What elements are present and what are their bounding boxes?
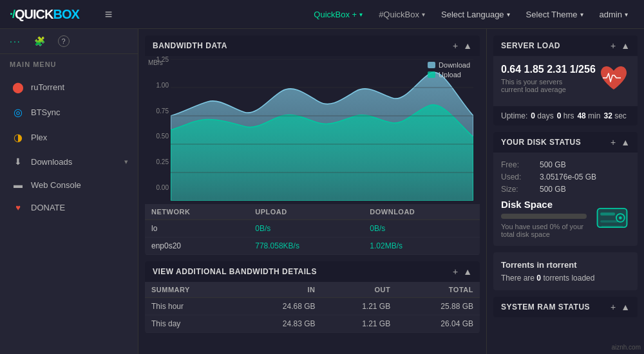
watermark: aiznh.com (611, 344, 641, 351)
server-load-collapse-btn[interactable]: ▲ (621, 41, 630, 51)
disk-size-label: Size: (501, 185, 533, 194)
rtorrent-icon: ⬤ (12, 81, 24, 93)
uptime-row: Uptime: 0 days 0 hrs 48 min 32 sec (493, 106, 638, 126)
sidebar-dots-icon[interactable]: ··· (10, 36, 21, 46)
sidebar-icon-bar: ··· 🧩 ? (0, 29, 138, 54)
svg-rect-3 (600, 220, 618, 223)
sidebar-item-webconsole-left: ▬ Web Console (12, 180, 81, 190)
disk-progress-bar-container (501, 214, 587, 219)
svg-rect-0 (598, 208, 627, 227)
out-this-hour: 1.21 GB (321, 298, 397, 315)
col-summary: SUMMARY (145, 282, 239, 298)
total-this-day: 26.04 GB (397, 315, 480, 333)
nav-hashquickbox-label: #QuickBox (379, 10, 419, 19)
network-name-enp0s20: enp0s20 (145, 238, 249, 255)
bandwidth-card-actions: + ▲ (453, 41, 472, 51)
server-load-add-btn[interactable]: + (611, 41, 616, 51)
nav-quickbox-plus-caret: ▾ (359, 11, 363, 18)
download-lo: 0B/s (363, 220, 480, 238)
sidebar-item-downloads[interactable]: ⬇ Downloads ▾ (0, 150, 138, 173)
system-ram-title: SYSTEM RAM STATUS (501, 303, 590, 312)
server-load-title: SERVER LOAD (501, 41, 560, 50)
sidebar-item-downloads-label: Downloads (31, 157, 72, 167)
nav-hashquickbox-caret: ▾ (422, 11, 425, 18)
hamburger-menu[interactable]: ≡ (105, 7, 113, 22)
logo-box: BOX (53, 7, 79, 22)
main-content: BANDWIDTH DATA + ▲ 1.25 1.00 0.75 0.50 0… (138, 29, 486, 354)
downloads-icon: ⬇ (12, 156, 24, 167)
right-panel: SERVER LOAD + ▲ 0.64 1.85 2.31 1/256 Thi… (486, 29, 644, 354)
sidebar-item-webconsole[interactable]: ▬ Web Console (0, 173, 138, 196)
legend-upload-label: Upload (439, 71, 461, 79)
col-download: DOWNLOAD (363, 204, 480, 220)
nav-select-language[interactable]: Select Language ▾ (435, 6, 516, 23)
legend-download-label: Download (439, 61, 470, 69)
downloads-arrow: ▾ (124, 158, 128, 166)
bandwidth-chart-area: 1.25 1.00 0.75 0.50 0.25 0.00 MB/s Downl… (145, 56, 480, 204)
table-row: This hour 24.68 GB 1.21 GB 25.88 GB (145, 298, 480, 315)
torrents-card: Torrents in rtorrent There are 0 torrent… (493, 252, 638, 290)
ram-collapse-btn[interactable]: ▲ (621, 302, 630, 312)
bandwidth-details-table: SUMMARY IN OUT TOTAL This hour 24.68 GB … (145, 282, 480, 333)
sidebar-item-rtorrent-label: ruTorrent (31, 82, 64, 92)
details-collapse-btn[interactable]: ▲ (463, 266, 472, 277)
uptime-hrs: 0 (557, 111, 562, 120)
details-add-btn[interactable]: + (453, 266, 458, 277)
plex-icon: ◑ (12, 131, 24, 144)
hdd-icon (594, 203, 630, 234)
disk-free-value: 500 GB (540, 160, 566, 169)
legend-upload: Upload (428, 71, 470, 79)
sidebar-help-icon[interactable]: ? (58, 35, 70, 47)
bandwidth-collapse-btn[interactable]: ▲ (463, 41, 472, 51)
nav-quickbox-plus-label: QuickBox + (314, 10, 357, 19)
disk-size-value: 500 GB (540, 185, 566, 194)
disk-space-desc: You have used 0% of your total disk spac… (501, 223, 587, 238)
heart-ecg-svg (598, 64, 630, 93)
load-desc: This is your servers current load averag… (501, 78, 585, 93)
nav-quickbox-plus[interactable]: QuickBox + ▾ (307, 6, 369, 23)
server-load-header: SERVER LOAD + ▲ (493, 35, 638, 56)
bandwidth-add-btn[interactable]: + (453, 41, 458, 51)
uptime-min: 48 (577, 111, 585, 120)
ram-add-btn[interactable]: + (611, 302, 616, 312)
topbar-navigation: QuickBox + ▾ #QuickBox ▾ Select Language… (307, 6, 634, 23)
sidebar: ··· 🧩 ? MAIN MENU ⬤ ruTorrent ◎ BTSync ◑ (0, 29, 138, 354)
nav-admin[interactable]: admin ▾ (593, 6, 634, 23)
sidebar-item-donate-left: ♥ DONATE (12, 203, 65, 212)
sidebar-item-donate[interactable]: ♥ DONATE (0, 196, 138, 219)
torrents-desc: There are 0 torrents loaded (501, 274, 630, 283)
system-ram-card: SYSTEM RAM STATUS + ▲ (493, 297, 638, 317)
chart-unit: MB/s (148, 59, 163, 66)
sidebar-puzzle-icon[interactable]: 🧩 (34, 36, 45, 46)
col-in: IN (239, 282, 322, 298)
disk-status-body: Free: 500 GB Used: 3.05176e-05 GB Size: … (493, 153, 638, 246)
disk-used-value: 3.05176e-05 GB (540, 172, 596, 182)
torrents-body: Torrents in rtorrent There are 0 torrent… (493, 252, 638, 290)
download-enp0s20: 1.02MB/s (363, 238, 480, 255)
webconsole-icon: ▬ (12, 180, 24, 190)
total-this-hour: 25.88 GB (397, 298, 480, 315)
disk-add-btn[interactable]: + (611, 137, 616, 147)
torrents-desc-post: torrents loaded (541, 274, 594, 283)
topbar: ·/QUICKBOX ≡ QuickBox + ▾ #QuickBox ▾ Se… (0, 0, 644, 29)
sidebar-item-downloads-left: ⬇ Downloads (12, 156, 72, 167)
y-axis: 1.25 1.00 0.75 0.50 0.25 0.00 (148, 56, 169, 191)
sidebar-item-btsync-left: ◎ BTSync (12, 106, 61, 118)
in-this-day: 24.83 GB (239, 315, 322, 333)
server-load-body: 0.64 1.85 2.31 1/256 This is your server… (493, 56, 638, 106)
col-network: NETWORK (145, 204, 249, 220)
nav-hashquickbox[interactable]: #QuickBox ▾ (372, 6, 431, 23)
disk-collapse-btn[interactable]: ▲ (621, 137, 630, 147)
sidebar-item-plex[interactable]: ◑ Plex (0, 125, 138, 150)
sidebar-item-btsync[interactable]: ◎ BTSync (0, 100, 138, 125)
nav-theme-label: Select Theme (526, 10, 578, 19)
network-table: NETWORK UPLOAD DOWNLOAD lo 0B/s 0B/s enp… (145, 204, 480, 255)
sidebar-item-rtorrent[interactable]: ⬤ ruTorrent (0, 75, 138, 100)
chart-legend: Download Upload (428, 61, 470, 79)
svg-rect-2 (600, 212, 615, 216)
bandwidth-details-header: VIEW ADDITIONAL BANDWIDTH DETAILS + ▲ (145, 261, 480, 282)
nav-admin-caret: ▾ (625, 11, 628, 18)
donate-heart-icon: ♥ (12, 203, 24, 212)
main-area: ··· 🧩 ? MAIN MENU ⬤ ruTorrent ◎ BTSync ◑ (0, 29, 644, 354)
nav-select-theme[interactable]: Select Theme ▾ (520, 6, 590, 23)
